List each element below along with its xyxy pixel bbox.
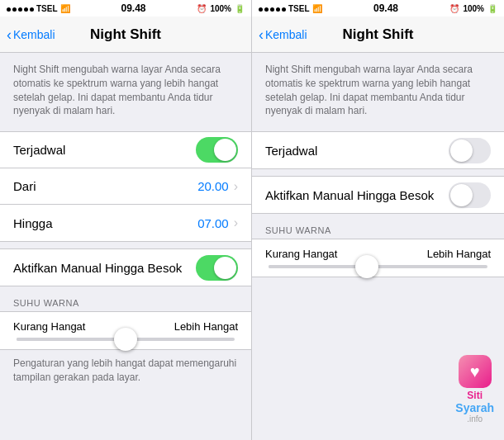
status-right-right: ⏰ 100% 🔋 [449,4,497,13]
battery-icon-right: 🔋 [487,4,497,13]
wifi-icon-right: 📶 [312,4,322,13]
slider-track-right[interactable] [269,265,487,268]
dari-value-left: 20.00 [197,179,229,193]
alarm-icon-left: ⏰ [197,4,207,13]
nav-bar-right: ‹ Kembali Night Shift [252,17,504,53]
manual-group-right: Aktifkan Manual Hingga Besok [252,176,504,214]
hingga-right-left: 07.00 › [197,215,238,230]
hingga-value-left: 07.00 [197,216,229,230]
nav-bar-left: ‹ Kembali Night Shift [0,17,251,53]
back-label-left: Kembali [13,28,55,41]
watermark: ♥ Siti Syarah .info [455,355,494,423]
time-right: 09.48 [373,2,398,14]
slider-right-label-left: Lebih Hangat [174,320,238,333]
manual-toggle-left[interactable] [196,255,238,281]
section-header-left: SUHU WARNA [0,293,251,311]
hingga-row-left[interactable]: Hingga 07.00 › [0,205,251,241]
status-left-right: TSEL 📶 [259,4,322,13]
terjadwal-label-left: Terjadwal [13,143,65,157]
manual-row-right: Aktifkan Manual Hingga Besok [252,177,504,213]
terjadwal-toggle-left[interactable] [196,137,238,163]
slider-left-label-right: Kurang Hangat [265,248,337,260]
back-button-left[interactable]: ‹ Kembali [7,27,55,42]
dari-label-left: Dari [13,179,36,193]
terjadwal-row-left: Terjadwal [0,132,251,168]
slider-left-label-left: Kurang Hangat [13,320,85,333]
hingga-chevron-left: › [234,215,238,230]
page-title-left: Night Shift [90,26,161,43]
carrier-left: TSEL [36,4,58,13]
schedule-group-left: Terjadwal Dari 20.00 › Hingga 07.00 › [0,131,251,242]
signal-dots-right [259,4,286,13]
chevron-left-icon-right: ‹ [259,27,264,42]
battery-left: 100% [210,4,231,13]
manual-row-left: Aktifkan Manual Hingga Besok [0,249,251,286]
dari-row-left[interactable]: Dari 20.00 › [0,168,251,205]
carrier-right: TSEL [288,4,310,13]
section-header-right: SUHU WARNA [252,220,504,239]
wifi-icon-left: 📶 [60,4,70,13]
watermark-syarah: Syarah [455,401,494,414]
back-label-right: Kembali [265,28,307,41]
description-left: Night Shift mengubah warna layar Anda se… [0,53,251,125]
terjadwal-toggle-right[interactable] [449,138,491,163]
right-panel: TSEL 📶 09.48 ⏰ 100% 🔋 ‹ Kembali Night Sh… [252,0,504,440]
chevron-left-icon: ‹ [7,27,12,42]
back-button-right[interactable]: ‹ Kembali [259,27,307,42]
signal-dots [7,4,34,13]
time-left: 09.48 [121,2,145,14]
dari-chevron-left: › [234,179,238,194]
slider-right-label-right: Lebih Hangat [427,248,491,260]
battery-right: 100% [463,4,484,13]
slider-labels-right: Kurang Hangat Lebih Hangat [265,248,491,260]
page-title-right: Night Shift [343,26,414,43]
slider-section-right: Kurang Hangat Lebih Hangat [252,239,504,277]
battery-icon-left: 🔋 [235,4,245,13]
terjadwal-row-right: Terjadwal [252,132,504,168]
content-left: Night Shift mengubah warna layar Anda se… [0,53,251,440]
heart-badge: ♥ [459,355,492,388]
heart-icon: ♥ [470,362,480,381]
status-bar-left: TSEL 📶 09.48 ⏰ 100% 🔋 [0,0,251,17]
footer-left: Pengaturan yang lebih hangat dapat memen… [0,350,251,391]
manual-toggle-right[interactable] [449,182,491,208]
status-left: TSEL 📶 [7,4,70,13]
watermark-info: .info [455,414,494,423]
slider-track-left[interactable] [17,338,235,341]
alarm-icon-right: ⏰ [449,4,459,13]
dari-right-left: 20.00 › [197,179,238,194]
hingga-label-left: Hingga [13,216,53,230]
slider-section-left: Kurang Hangat Lebih Hangat [0,311,251,350]
status-right-left: ⏰ 100% 🔋 [197,4,245,13]
terjadwal-label-right: Terjadwal [265,144,317,158]
description-right: Night Shift mengubah warna layar Anda se… [252,53,504,125]
status-bar-right: TSEL 📶 09.48 ⏰ 100% 🔋 [252,0,504,17]
manual-label-right: Aktifkan Manual Hingga Besok [265,188,434,202]
manual-label-left: Aktifkan Manual Hingga Besok [13,261,182,275]
schedule-group-right: Terjadwal [252,131,504,169]
left-panel: TSEL 📶 09.48 ⏰ 100% 🔋 ‹ Kembali Night Sh… [0,0,252,440]
watermark-siti: Siti [455,390,494,401]
manual-group-left: Aktifkan Manual Hingga Besok [0,248,251,286]
